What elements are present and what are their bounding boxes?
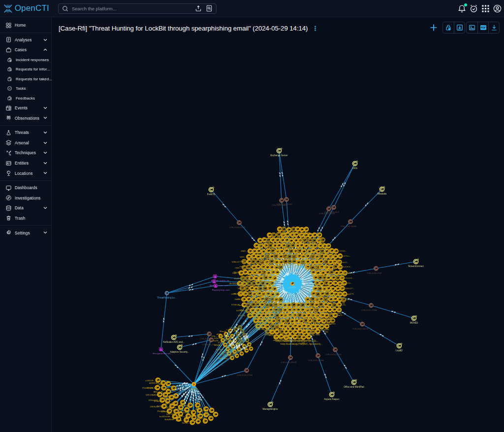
svg-text:0ddb1d7fc...: 0ddb1d7fc... <box>201 413 213 416</box>
svg-text:751b70528...: 751b70528... <box>142 387 155 389</box>
svg-text:55f945...: 55f945... <box>339 250 347 252</box>
svg-text:CVE-2021-22986: CVE-2021-22986 <box>361 309 378 311</box>
svg-text:CVE-2022-47986: CVE-2022-47986 <box>308 359 324 362</box>
svg-text:2177...: 2177... <box>242 287 249 290</box>
svg-text:a8a...: a8a... <box>342 303 347 306</box>
svg-text:CVE-2023-0669: CVE-2023-0669 <box>324 211 340 213</box>
svg-text:Registry keys and...: Registry keys and... <box>212 289 231 291</box>
svg-text:ManageEngine: ManageEngine <box>263 408 278 410</box>
svg-text:7909...: 7909... <box>239 266 246 268</box>
svg-text:fcbc3f7...: fcbc3f7... <box>238 293 247 295</box>
svg-text:73f4a27...: 73f4a27... <box>345 287 354 290</box>
svg-text:hxxps://lockbitks2tvnmwk.onion: hxxps://lockbitks2tvnmwk.onion/?id=3221.… <box>276 340 318 342</box>
svg-text:ScreenConnect: ScreenConnect <box>408 265 424 267</box>
svg-text:3e1953...: 3e1953... <box>343 266 352 268</box>
svg-text:FortiOS: FortiOS <box>207 193 215 196</box>
svg-text:Aspera Faspex: Aspera Faspex <box>324 398 340 400</box>
svg-text:2eb2...: 2eb2... <box>244 261 250 263</box>
svg-text:cc60229...: cc60229... <box>145 379 155 382</box>
svg-text:Exchange Server: Exchange Server <box>270 154 288 157</box>
svg-text:e57286...: e57286... <box>200 409 209 412</box>
svg-text:15c024f...: 15c024f... <box>157 410 166 412</box>
svg-text:Office and WordPad: Office and WordPad <box>344 386 364 388</box>
svg-text:Encrypted files wit...: Encrypted files wit... <box>153 352 172 355</box>
svg-text:CVE-2023-21716: CVE-2023-21716 <box>325 353 342 356</box>
svg-text:b0f4...: b0f4... <box>240 256 246 258</box>
svg-text:CVE-2018-13379: CVE-2018-13379 <box>229 226 246 229</box>
svg-text:MOVEit: MOVEit <box>410 322 418 324</box>
svg-text:CVE-2020-3259: CVE-2020-3259 <box>202 343 217 346</box>
svg-text:LockBit: LockBit <box>289 286 297 289</box>
svg-text:4dd...: 4dd... <box>337 308 343 311</box>
svg-text:Ransom notes nam...: Ransom notes nam... <box>210 284 230 287</box>
svg-text:6e6d...: 6e6d... <box>239 304 245 306</box>
svg-text:CVE-2021-31207: CVE-2021-31207 <box>277 203 293 205</box>
svg-text:bc437e536...: bc437e536... <box>159 415 172 418</box>
svg-text:ThreatHunting Lo...: ThreatHunting Lo... <box>157 297 176 299</box>
svg-text:Adaptive Security...: Adaptive Security... <box>170 351 189 353</box>
svg-text:34b9...: 34b9... <box>241 250 247 252</box>
svg-text:de62...: de62... <box>342 261 348 264</box>
svg-text:CVE-2023-27350: CVE-2023-27350 <box>237 374 253 376</box>
svg-text:LockBit: LockBit <box>190 388 198 390</box>
svg-text:2287b21c...: 2287b21c... <box>150 405 161 408</box>
svg-text:149.141.1...: 149.141.1... <box>146 394 157 396</box>
svg-text:31e15d...: 31e15d... <box>237 282 246 285</box>
svg-text:Windows: Windows <box>378 193 387 195</box>
svg-text:ee878...: ee878... <box>347 293 355 295</box>
svg-text:NetScaler ADC and...: NetScaler ADC and... <box>163 341 185 343</box>
svg-text:CVE-2023-36884: CVE-2023-36884 <box>341 225 357 228</box>
svg-text:80ae4...: 80ae4... <box>220 330 227 332</box>
svg-text:7cb...: 7cb... <box>347 282 352 284</box>
svg-text:hxxp://lockbitsupp74bkjeiv4...: hxxp://lockbitsupp74bkjeiv4...fqd.onion.… <box>281 343 322 345</box>
svg-text:73e343...: 73e343... <box>345 277 354 279</box>
svg-text:98dcc16...: 98dcc16... <box>240 309 250 311</box>
svg-text:CVE-2021-40539: CVE-2021-40539 <box>281 361 297 364</box>
svg-text:fa70...: fa70... <box>338 314 344 316</box>
svg-text:Log4j2: Log4j2 <box>396 349 403 352</box>
svg-text:30ad82...: 30ad82... <box>233 271 242 273</box>
svg-text:CVE-2021-44228: CVE-2021-44228 <box>352 328 369 330</box>
svg-text:CVE-2024-1708: CVE-2024-1708 <box>367 272 382 274</box>
svg-text:f7f92c1...: f7f92c1... <box>237 298 246 300</box>
svg-text:4474a...: 4474a... <box>343 255 351 257</box>
svg-text:Citrix: Citrix <box>352 167 358 169</box>
svg-text:915fe069...: 915fe069... <box>149 399 159 401</box>
